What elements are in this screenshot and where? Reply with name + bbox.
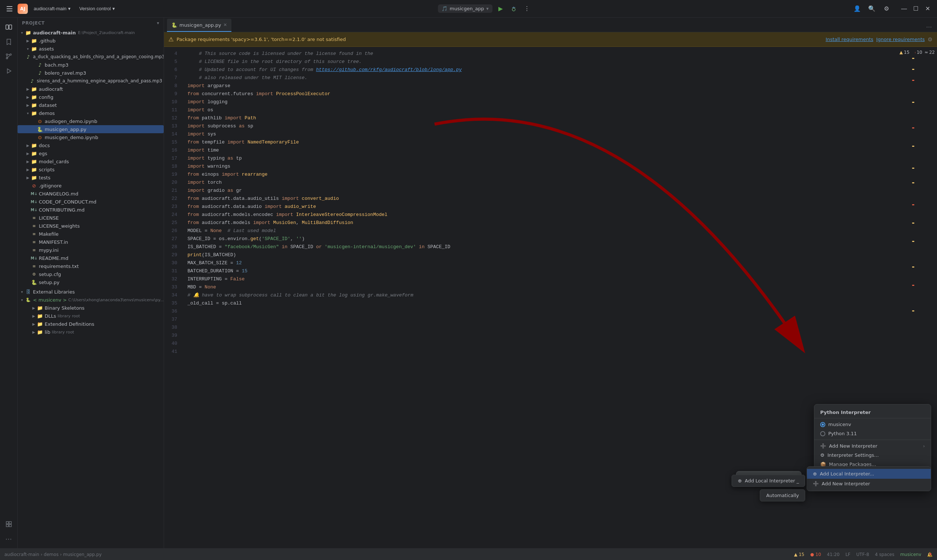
status-charset[interactable]: UTF-8 — [857, 552, 869, 557]
tree-item-changelog[interactable]: M↓ CHANGELOG.md — [18, 189, 164, 198]
tree-item-setup-cfg[interactable]: ⚙ setup.cfg — [18, 270, 164, 278]
tree-item-external-libraries[interactable]: ▾ 🗄 External Libraries — [18, 288, 164, 296]
tree-item-requirements[interactable]: ≡ requirements.txt — [18, 262, 164, 270]
tree-item-bach-mp3[interactable]: ♪ bach.mp3 — [18, 61, 164, 69]
scroll-marker-err-3 — [912, 204, 914, 205]
minimize-button[interactable]: — — [899, 4, 909, 14]
search-button[interactable]: 🔍 — [867, 4, 877, 14]
tree-item-demos[interactable]: ▾ 📁 demos — [18, 109, 164, 117]
activity-plugins-icon[interactable] — [2, 517, 15, 531]
tree-item-assets[interactable]: ▾ 📁 assets — [18, 45, 164, 53]
add-local-interpreter-item[interactable]: ⊕ Add Local Interpreter... — [807, 469, 931, 479]
tree-item-sirens-mp3[interactable]: ♪ sirens_and_a_humming_engine_approach_a… — [18, 77, 164, 85]
vcs-button[interactable]: Version control ▾ — [77, 5, 118, 13]
tab-musicgen-app[interactable]: 🐍 musicgen_app.py ✕ — [167, 18, 231, 32]
tree-item-scripts[interactable]: ▶ 📁 scripts — [18, 165, 164, 174]
app-name-pill[interactable]: 🎵 musicgen_app ▾ — [438, 5, 492, 13]
interpreter-option-python311[interactable]: Python 3.11 — [814, 429, 931, 438]
tree-item-musicgen-demo[interactable]: ⊙ musicgen_demo.ipynb — [18, 133, 164, 141]
tree-item-license-weights[interactable]: ≡ LICENSE_weights — [18, 222, 164, 230]
tree-arrow-scripts: ▶ — [25, 166, 31, 172]
tree-item-config[interactable]: ▶ 📁 config — [18, 93, 164, 101]
status-position[interactable]: 41:20 — [827, 552, 840, 557]
tree-item-binary-skeletons[interactable]: ▶ 📁 Binary Skeletons — [18, 304, 164, 312]
tree-item-makefile[interactable]: ≡ Makefile — [18, 230, 164, 238]
activity-more-icon[interactable]: ⋯ — [2, 532, 15, 545]
tree-item-code-of-conduct[interactable]: M↓ CODE_OF_CONDUCT.md — [18, 198, 164, 206]
tree-item-audiogen-demo[interactable]: ⊙ audiogen_demo.ipynb — [18, 117, 164, 125]
svg-rect-11 — [9, 522, 11, 524]
tree-item-egs[interactable]: ▶ 📁 egs — [18, 149, 164, 157]
tree-item-dlls[interactable]: ▶ 📁 DLLs library root — [18, 312, 164, 320]
scroll-marker-warn-9 — [912, 266, 914, 268]
install-requirements-link[interactable]: Install requirements — [826, 37, 873, 42]
tab-more-button[interactable]: ⋯ — [924, 22, 934, 32]
local-interpreter-button[interactable]: ⊕ Add Local Interpreter _ — [732, 475, 805, 487]
tree-item-lib[interactable]: ▶ 📁 lib library root — [18, 328, 164, 336]
tree-item-manifest[interactable]: ≡ MANIFEST.in — [18, 238, 164, 246]
warning-icon: ⚠ — [168, 36, 174, 43]
tree-item-contributing[interactable]: M↓ CONTRIBUTING.md — [18, 206, 164, 214]
status-encoding[interactable]: LF — [846, 552, 851, 557]
ignore-requirements-link[interactable]: Ignore requirements — [876, 37, 925, 42]
tree-item-audiocraft-main[interactable]: ▾ 📁 audiocraft-main E:\Project_2\audiocr… — [18, 29, 164, 37]
avatar-button[interactable]: 👤 — [852, 4, 862, 14]
tree-item-gitignore[interactable]: ⊘ .gitignore — [18, 182, 164, 189]
tree-item-extended-definitions[interactable]: ▶ 📁 Extended Definitions — [18, 320, 164, 328]
ipynb-icon-audiogen: ⊙ — [37, 118, 43, 125]
activity-git-icon[interactable] — [2, 50, 15, 63]
mp3-icon-bach: ♪ — [37, 62, 43, 68]
interpreter-popup[interactable]: Python Interpreter musicenv Python 3.11 … — [814, 404, 931, 472]
tree-item-duck-mp3[interactable]: ♪ a_duck_quacking_as_birds_chirp_and_a_p… — [18, 53, 164, 61]
folder-icon-github: 📁 — [31, 37, 37, 44]
run-button[interactable]: ▶ — [495, 4, 505, 14]
tab-icon-py: 🐍 — [171, 22, 177, 28]
status-indent[interactable]: 4 spaces — [875, 552, 894, 557]
tree-item-readme[interactable]: M↓ README.md — [18, 254, 164, 262]
tree-item-audiocraft-pkg[interactable]: ▶ 📁 audiocraft — [18, 85, 164, 93]
py-icon-musicgen-app: 🐍 — [37, 126, 43, 132]
close-button[interactable]: ✕ — [922, 4, 932, 14]
status-errors[interactable]: ● 10 — [810, 552, 821, 557]
tree-item-mypy-ini[interactable]: ≡ mypy.ini — [18, 246, 164, 254]
tree-arrow-dataset: ▶ — [25, 102, 31, 108]
status-breadcrumb[interactable]: audiocraft-main › demos › musicgen_app.p… — [5, 552, 102, 557]
interpreter-option-musicenv[interactable]: musicenv — [814, 420, 931, 429]
status-interpreter[interactable]: musicenv — [900, 552, 921, 557]
svg-line-2 — [512, 7, 513, 8]
activity-run-icon[interactable] — [2, 65, 15, 78]
tree-item-musicenv[interactable]: ▾ 🐍 < musicenv > C:\Users\xhong\anaconda… — [18, 296, 164, 304]
status-warnings[interactable]: ▲ 15 — [794, 552, 804, 557]
add-new-interpreter-item[interactable]: ➕ Add New Interpreter › — [814, 442, 931, 451]
tree-item-docs[interactable]: ▶ 📁 docs — [18, 141, 164, 149]
tree-item-model-cards[interactable]: ▶ 📁 model_cards — [18, 157, 164, 165]
add-new-interpreter-sub-item[interactable]: ➕ Add New Interpreter — [807, 479, 931, 489]
tree-item-dataset[interactable]: ▶ 📁 dataset — [18, 101, 164, 109]
debug-button[interactable] — [509, 4, 519, 14]
tree-arrow-dlls: ▶ — [31, 313, 37, 319]
hamburger-menu-icon[interactable] — [5, 4, 15, 14]
folder-icon-config: 📁 — [31, 94, 37, 100]
tree-item-github[interactable]: ▶ 📁 .github — [18, 37, 164, 45]
add-interpreter-popup[interactable]: ⊕ Add Local Interpreter... ➕ Add New Int… — [807, 466, 931, 491]
tree-item-bolero-mp3[interactable]: ♪ bolero_ravel.mp3 — [18, 69, 164, 77]
notification-bell-button[interactable]: 🔔 — [927, 552, 932, 557]
more-options-button[interactable]: ⋮ — [522, 4, 532, 14]
project-name-button[interactable]: audiocraft-main ▾ — [31, 5, 74, 13]
tree-item-license[interactable]: ≡ LICENSE — [18, 214, 164, 222]
settings-button[interactable]: ⚙ — [882, 4, 892, 14]
svg-point-7 — [10, 54, 11, 55]
sidebar-header-arrow[interactable]: ▾ — [157, 20, 159, 26]
tree-item-musicgen-app[interactable]: 🐍 musicgen_app.py — [18, 125, 164, 133]
tree-item-tests[interactable]: ▶ 📁 tests — [18, 174, 164, 182]
automatically-button[interactable]: Automatically — [760, 489, 805, 502]
activity-project-icon[interactable] — [2, 20, 15, 34]
interpreter-settings-item[interactable]: ⚙ Interpreter Settings... — [814, 451, 931, 460]
tree-item-setup-py[interactable]: 🐍 setup.py — [18, 278, 164, 286]
warning-settings-icon[interactable]: ⚙ — [928, 36, 932, 43]
tab-close-button[interactable]: ✕ — [223, 22, 227, 28]
maximize-button[interactable]: ☐ — [911, 4, 921, 14]
activity-bookmarks-icon[interactable] — [2, 35, 15, 48]
titlebar-center: 🎵 musicgen_app ▾ ▶ ⋮ — [118, 4, 852, 14]
svg-rect-5 — [9, 25, 12, 29]
